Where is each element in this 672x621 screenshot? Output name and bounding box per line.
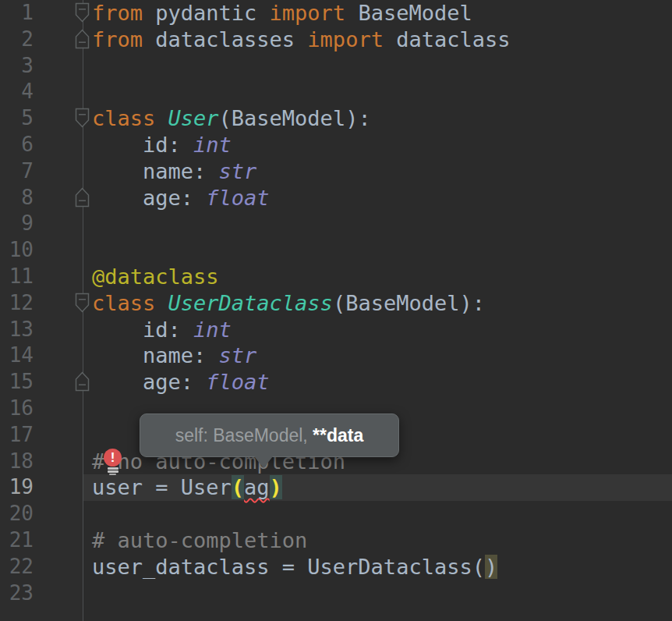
fold-start-icon[interactable] bbox=[75, 108, 90, 128]
gutter-cell[interactable]: 18 bbox=[0, 449, 83, 475]
code-line[interactable]: 2from dataclasses import dataclass bbox=[0, 27, 672, 53]
line-number[interactable]: 4 bbox=[21, 79, 34, 105]
code-text[interactable]: user_dataclass = UserDataclass() bbox=[83, 554, 672, 580]
code-line[interactable]: 1from pydantic import BaseModel bbox=[0, 0, 672, 27]
gutter-cell[interactable]: 6 bbox=[0, 132, 83, 158]
code-line[interactable]: 14 name: str bbox=[0, 342, 672, 369]
code-rows[interactable]: 1from pydantic import BaseModel2from dat… bbox=[0, 0, 672, 606]
gutter-cell[interactable]: 11 bbox=[0, 264, 83, 290]
line-number[interactable]: 5 bbox=[21, 105, 34, 132]
line-number[interactable]: 11 bbox=[9, 264, 34, 290]
code-line[interactable]: 23 bbox=[0, 580, 672, 607]
line-number[interactable]: 16 bbox=[9, 396, 34, 422]
code-line[interactable]: 12class UserDataclass(BaseModel): bbox=[0, 290, 672, 317]
code-line[interactable]: 11@dataclass bbox=[0, 264, 672, 290]
gutter-cell[interactable]: 12 bbox=[0, 290, 83, 317]
line-number[interactable]: 2 bbox=[21, 27, 34, 53]
gutter-cell[interactable]: 21 bbox=[0, 527, 83, 554]
line-number[interactable]: 23 bbox=[9, 580, 34, 607]
fold-start-icon[interactable] bbox=[75, 293, 90, 313]
code-line[interactable]: 21# auto-completion bbox=[0, 527, 672, 554]
code-line[interactable]: 6 id: int bbox=[0, 132, 672, 158]
line-number[interactable]: 22 bbox=[9, 554, 34, 580]
code-text[interactable] bbox=[83, 53, 672, 80]
code-line[interactable]: 22user_dataclass = UserDataclass() bbox=[0, 554, 672, 580]
gutter-cell[interactable]: 19 bbox=[0, 474, 83, 501]
line-number[interactable]: 6 bbox=[21, 132, 34, 158]
token-kw: from bbox=[92, 27, 143, 51]
line-number[interactable]: 7 bbox=[21, 158, 34, 185]
line-number[interactable]: 8 bbox=[21, 185, 34, 211]
gutter-cell[interactable]: 16 bbox=[0, 396, 83, 422]
line-number[interactable]: 1 bbox=[21, 0, 34, 27]
line-number[interactable]: 9 bbox=[21, 211, 34, 237]
line-number[interactable]: 17 bbox=[9, 422, 34, 449]
code-line[interactable]: 9 bbox=[0, 211, 672, 237]
code-line[interactable]: 10 bbox=[0, 237, 672, 264]
token-bol: ) bbox=[485, 555, 497, 579]
code-line[interactable]: 13 id: int bbox=[0, 317, 672, 343]
gutter-cell[interactable]: 4 bbox=[0, 79, 83, 105]
code-text[interactable]: # auto-completion bbox=[83, 527, 672, 554]
code-line[interactable]: 8 age: float bbox=[0, 185, 672, 211]
fold-end-icon[interactable] bbox=[75, 187, 90, 208]
code-text[interactable]: user = User(ag) bbox=[83, 474, 672, 501]
line-number[interactable]: 21 bbox=[9, 527, 34, 554]
gutter-cell[interactable]: 13 bbox=[0, 317, 83, 343]
line-number[interactable]: 19 bbox=[9, 474, 34, 501]
code-text[interactable]: class User(BaseModel): bbox=[83, 105, 672, 132]
code-line[interactable]: 20 bbox=[0, 501, 672, 527]
token-pl bbox=[155, 291, 168, 315]
code-text[interactable]: @dataclass bbox=[83, 264, 672, 290]
gutter-cell[interactable]: 1 bbox=[0, 0, 83, 27]
line-number[interactable]: 10 bbox=[9, 237, 34, 264]
gutter-cell[interactable]: 15 bbox=[0, 369, 83, 396]
code-line[interactable]: 4 bbox=[0, 79, 672, 105]
code-text[interactable] bbox=[83, 580, 672, 607]
code-text[interactable]: from dataclasses import dataclass bbox=[83, 27, 672, 53]
gutter-cell[interactable]: 5 bbox=[0, 105, 83, 132]
code-line[interactable]: 15 age: float bbox=[0, 369, 672, 396]
code-line[interactable]: 5class User(BaseModel): bbox=[0, 105, 672, 132]
gutter-cell[interactable]: 10 bbox=[0, 237, 83, 264]
line-number[interactable]: 20 bbox=[9, 501, 34, 527]
gutter-cell[interactable]: 8 bbox=[0, 185, 83, 211]
code-text[interactable]: name: str bbox=[83, 158, 672, 185]
line-number[interactable]: 12 bbox=[9, 290, 34, 317]
fold-end-icon[interactable] bbox=[75, 29, 90, 49]
gutter-cell[interactable]: 2 bbox=[0, 27, 83, 53]
token-typ: float bbox=[206, 186, 269, 210]
code-text[interactable]: age: float bbox=[83, 185, 672, 211]
gutter-cell[interactable]: 22 bbox=[0, 554, 83, 580]
code-text[interactable] bbox=[83, 237, 672, 264]
code-text[interactable]: name: str bbox=[83, 342, 672, 369]
code-text[interactable]: id: int bbox=[83, 317, 672, 343]
code-text[interactable]: age: float bbox=[83, 369, 672, 396]
fold-start-icon[interactable] bbox=[75, 2, 90, 23]
code-text[interactable]: id: int bbox=[83, 132, 672, 158]
gutter-cell[interactable]: 23 bbox=[0, 580, 83, 607]
gutter-cell[interactable]: 17 bbox=[0, 422, 83, 449]
code-text[interactable] bbox=[83, 211, 672, 237]
gutter-cell[interactable]: 20 bbox=[0, 501, 83, 527]
line-number[interactable]: 3 bbox=[21, 53, 34, 80]
line-number[interactable]: 15 bbox=[9, 369, 34, 396]
error-bulb-icon[interactable]: ! bbox=[104, 449, 124, 476]
line-number[interactable]: 13 bbox=[9, 317, 34, 343]
code-text[interactable]: from pydantic import BaseModel bbox=[83, 0, 672, 27]
gutter-cell[interactable]: 9 bbox=[0, 211, 83, 237]
line-number[interactable]: 18 bbox=[9, 449, 34, 475]
token-pl: age: bbox=[92, 370, 206, 394]
code-text[interactable]: class UserDataclass(BaseModel): bbox=[83, 290, 672, 317]
code-text[interactable] bbox=[83, 501, 672, 527]
gutter-cell[interactable]: 14 bbox=[0, 342, 83, 369]
code-line-current[interactable]: 19user = User(ag) bbox=[0, 474, 672, 501]
code-line[interactable]: 7 name: str bbox=[0, 158, 672, 185]
code-line[interactable]: 3 bbox=[0, 53, 672, 80]
tooltip-bold-text: **data bbox=[313, 425, 363, 446]
gutter-cell[interactable]: 3 bbox=[0, 53, 83, 80]
code-text[interactable] bbox=[83, 79, 672, 105]
line-number[interactable]: 14 bbox=[9, 342, 34, 369]
gutter-cell[interactable]: 7 bbox=[0, 158, 83, 185]
fold-end-icon[interactable] bbox=[75, 371, 90, 392]
